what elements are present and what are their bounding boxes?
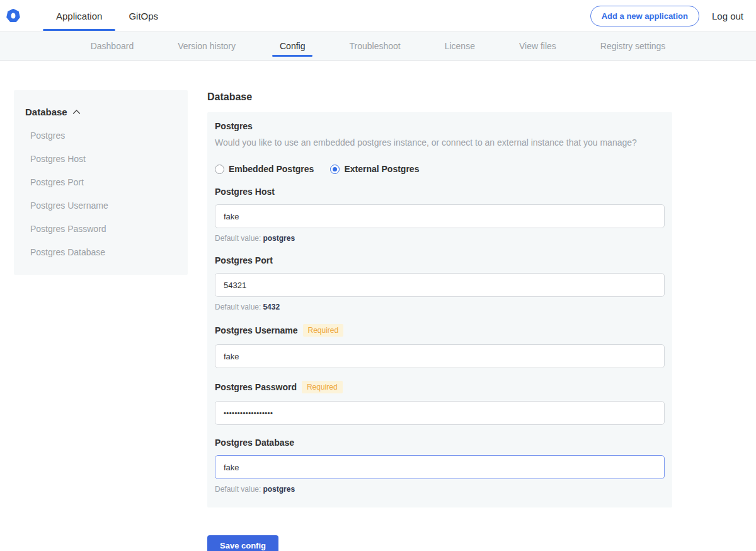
field-label: Postgres Password — [215, 382, 297, 392]
kots-app-logo-icon[interactable] — [6, 9, 20, 23]
field-default-hint: Default value:postgres — [215, 234, 665, 243]
field-default-hint: Default value:postgres — [215, 485, 665, 494]
field-postgres-port: Postgres Port Default value:5432 — [215, 255, 665, 311]
tab-application[interactable]: Application — [43, 0, 115, 32]
postgres-password-input[interactable] — [215, 401, 665, 425]
subnav-dashboard[interactable]: Dashboard — [83, 32, 142, 60]
app-subnav: Dashboard Version history Config Trouble… — [0, 32, 756, 61]
field-label: Postgres Username — [215, 325, 298, 335]
postgres-type-radio-group: Embedded Postgres External Postgres — [215, 164, 665, 174]
subnav-registry-settings[interactable]: Registry settings — [593, 32, 673, 60]
logout-button[interactable]: Log out — [712, 11, 743, 21]
postgres-port-input[interactable] — [215, 273, 665, 297]
sidebar-item-postgres-port[interactable]: Postgres Port — [25, 177, 175, 187]
postgres-database-input[interactable] — [215, 455, 665, 479]
config-group-panel: Postgres Would you like to use an embedd… — [207, 112, 672, 508]
top-tabs: Application GitOps — [43, 0, 171, 32]
field-label: Postgres Port — [215, 255, 273, 265]
top-bar: Application GitOps Add a new application… — [0, 0, 756, 32]
radio-embedded-postgres[interactable]: Embedded Postgres — [215, 164, 314, 174]
sidebar-item-postgres[interactable]: Postgres — [25, 130, 175, 141]
radio-label: External Postgres — [344, 164, 419, 174]
group-description: Would you like to use an embedded postgr… — [215, 137, 665, 148]
postgres-host-input[interactable] — [215, 204, 665, 228]
sidebar-item-postgres-host[interactable]: Postgres Host — [25, 154, 175, 164]
content-area: Database Postgres Postgres Host Postgres… — [0, 90, 756, 551]
required-badge: Required — [302, 381, 343, 393]
radio-external-postgres[interactable]: External Postgres — [330, 164, 419, 174]
save-config-button[interactable]: Save config — [207, 535, 278, 551]
field-label: Postgres Host — [215, 187, 275, 197]
field-label: Postgres Database — [215, 438, 294, 448]
subnav-version-history[interactable]: Version history — [170, 32, 243, 60]
radio-selected-icon — [330, 165, 340, 174]
top-bar-actions: Add a new application Log out — [590, 6, 743, 26]
add-application-button[interactable]: Add a new application — [590, 6, 699, 26]
sidebar-group-label: Database — [25, 107, 67, 117]
subnav-config[interactable]: Config — [272, 32, 312, 60]
config-main: Database Postgres Would you like to use … — [207, 90, 672, 551]
subnav-troubleshoot[interactable]: Troubleshoot — [341, 32, 408, 60]
subnav-view-files[interactable]: View files — [512, 32, 564, 60]
chevron-up-icon — [72, 109, 81, 115]
subnav-license[interactable]: License — [437, 32, 483, 60]
field-postgres-password: Postgres Password Required — [215, 381, 665, 425]
group-heading: Postgres — [215, 121, 665, 131]
section-title: Database — [207, 91, 672, 103]
sidebar-item-postgres-database[interactable]: Postgres Database — [25, 247, 175, 257]
sidebar-item-list: Postgres Postgres Host Postgres Port Pos… — [25, 130, 175, 257]
tab-gitops[interactable]: GitOps — [115, 0, 171, 32]
field-postgres-host: Postgres Host Default value:postgres — [215, 187, 665, 243]
config-sidebar: Database Postgres Postgres Host Postgres… — [14, 90, 188, 275]
sidebar-group-database[interactable]: Database — [25, 107, 175, 117]
field-postgres-database: Postgres Database Default value:postgres — [215, 438, 665, 494]
required-badge: Required — [303, 324, 344, 337]
field-postgres-username: Postgres Username Required — [215, 324, 665, 368]
sidebar-item-postgres-password[interactable]: Postgres Password — [25, 224, 175, 234]
default-value: postgres — [263, 485, 295, 494]
sidebar-item-postgres-username[interactable]: Postgres Username — [25, 200, 175, 211]
field-default-hint: Default value:5432 — [215, 303, 665, 311]
default-value: 5432 — [263, 303, 280, 311]
default-value: postgres — [263, 234, 295, 243]
radio-unselected-icon — [215, 165, 224, 174]
postgres-username-input[interactable] — [215, 344, 665, 368]
radio-label: Embedded Postgres — [229, 164, 314, 174]
